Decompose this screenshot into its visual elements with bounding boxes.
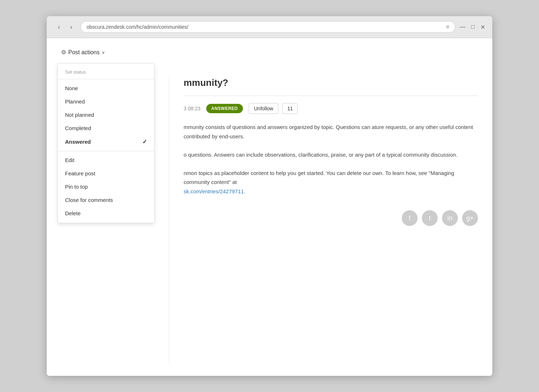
post-date: 3 08:23 bbox=[184, 106, 201, 111]
post-title-row: mmunity? bbox=[184, 77, 478, 88]
page-content: ⚙ Post actions ∨ Set status None Planned… bbox=[47, 38, 492, 376]
post-paragraph-1: mmunity consists of questions and answer… bbox=[184, 123, 478, 141]
dropdown-item-edit[interactable]: Edit bbox=[58, 153, 154, 167]
post-actions-trigger[interactable]: ⚙ Post actions ∨ bbox=[61, 49, 478, 56]
dropdown-item-edit-label: Edit bbox=[65, 157, 74, 163]
dropdown-item-none-label: None bbox=[65, 85, 78, 91]
post-meta-row: 3 08:23 ANSWERED Unfollow 11 bbox=[184, 103, 478, 114]
post-title-divider bbox=[184, 96, 478, 96]
divider-2 bbox=[58, 151, 154, 151]
dropdown-item-answered[interactable]: Answered ✓ bbox=[58, 135, 154, 149]
post-paragraph-3: nmon topics as placeholder content to he… bbox=[184, 169, 478, 196]
dropdown-item-not-planned-label: Not planned bbox=[65, 112, 94, 118]
dropdown-item-delete[interactable]: Delete bbox=[58, 207, 154, 220]
close-button[interactable]: ✕ bbox=[480, 24, 485, 31]
dropdown-item-planned[interactable]: Planned bbox=[58, 95, 154, 108]
dropdown-item-close-for-comments-label: Close for comments bbox=[65, 197, 113, 203]
gplus-share-button[interactable]: g+ bbox=[462, 210, 478, 226]
browser-chrome: ‹ › obscura.zendesk.com/hc/admin/communi… bbox=[47, 16, 492, 38]
dropdown-item-completed[interactable]: Completed bbox=[58, 121, 154, 135]
dropdown-item-feature-post[interactable]: Feature post bbox=[58, 167, 154, 180]
unfollow-button[interactable]: Unfollow bbox=[249, 103, 279, 114]
post-paragraph-3-text: nmon topics as placeholder content to he… bbox=[184, 170, 454, 185]
set-status-label: Set status bbox=[58, 66, 154, 77]
social-share-row: f t in g+ bbox=[184, 210, 478, 226]
dropdown-item-close-for-comments[interactable]: Close for comments bbox=[58, 193, 154, 207]
back-button[interactable]: ‹ bbox=[54, 22, 64, 32]
dropdown-item-answered-label: Answered bbox=[65, 139, 91, 145]
post-actions-dropdown: Set status None Planned Not planned Comp… bbox=[57, 63, 155, 223]
dropdown-item-not-planned[interactable]: Not planned bbox=[58, 108, 154, 121]
dropdown-item-delete-label: Delete bbox=[65, 210, 80, 216]
twitter-share-button[interactable]: t bbox=[422, 210, 438, 226]
dropdown-item-pin-to-top[interactable]: Pin to top bbox=[58, 180, 154, 193]
minimize-button[interactable]: — bbox=[460, 24, 465, 31]
post-link[interactable]: sk.com/entries/24279711. bbox=[184, 188, 245, 194]
check-mark-icon: ✓ bbox=[142, 138, 147, 145]
post-actions-label: Post actions bbox=[68, 49, 100, 56]
post-area: mmunity? 3 08:23 ANSWERED Unfollow 11 mm… bbox=[169, 77, 478, 365]
dropdown-item-pin-to-top-label: Pin to top bbox=[65, 184, 88, 190]
chevron-down-icon: ∨ bbox=[102, 50, 105, 55]
forward-button[interactable]: › bbox=[66, 22, 76, 32]
dropdown-item-none[interactable]: None bbox=[58, 82, 154, 95]
url-text: obscura.zendesk.com/hc/admin/communities… bbox=[87, 24, 188, 30]
linkedin-share-button[interactable]: in bbox=[442, 210, 458, 226]
maximize-button[interactable]: □ bbox=[471, 24, 475, 31]
browser-window: ‹ › obscura.zendesk.com/hc/admin/communi… bbox=[47, 16, 492, 376]
post-title: mmunity? bbox=[184, 77, 478, 88]
browser-controls: — □ ✕ bbox=[460, 24, 485, 31]
hamburger-icon: ≡ bbox=[446, 24, 449, 30]
post-body: mmunity consists of questions and answer… bbox=[184, 123, 478, 196]
nav-buttons: ‹ › bbox=[54, 22, 76, 32]
dropdown-item-planned-label: Planned bbox=[65, 98, 85, 105]
facebook-share-button[interactable]: f bbox=[402, 210, 418, 226]
address-bar[interactable]: obscura.zendesk.com/hc/admin/communities… bbox=[80, 21, 455, 33]
dropdown-item-completed-label: Completed bbox=[65, 125, 91, 131]
post-paragraph-2: o questions. Answers can include observa… bbox=[184, 150, 478, 160]
follower-count: 11 bbox=[282, 103, 298, 114]
answered-badge: ANSWERED bbox=[206, 104, 243, 113]
gear-icon: ⚙ bbox=[61, 49, 66, 56]
dropdown-item-feature-post-label: Feature post bbox=[65, 170, 95, 176]
divider-1 bbox=[58, 79, 154, 79]
